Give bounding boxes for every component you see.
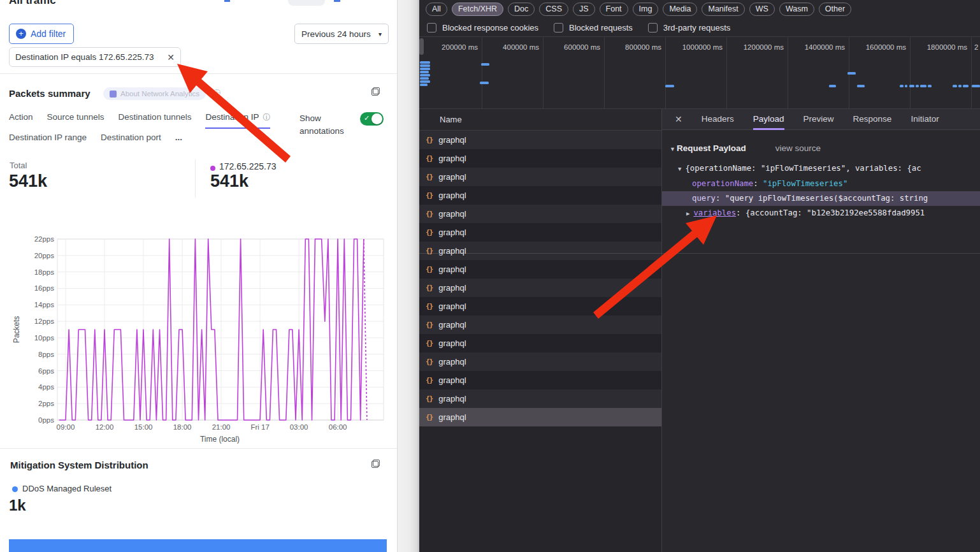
details-tab-preview[interactable]: Preview (803, 109, 834, 130)
checkbox-box[interactable] (648, 23, 658, 33)
chevron-down-icon[interactable]: ▼ (678, 166, 681, 172)
tab-destination-tunnels[interactable]: Destination tunnels (119, 112, 192, 129)
view-source-link[interactable]: view source (775, 143, 821, 153)
request-list-panel: Name {}graphql{}graphql{}graphql{}graphq… (419, 109, 661, 552)
x-tick-label: 12:00 (96, 423, 114, 431)
checkbox-box[interactable] (554, 23, 563, 33)
checkbox-label: Blocked requests (569, 23, 633, 33)
timeline-column: 1200000 ms (727, 37, 788, 109)
request-row[interactable]: {}graphql (419, 371, 661, 389)
checkbox-blocked-requests[interactable]: Blocked requests (554, 23, 633, 33)
cropped-toolbar-artifact (288, 0, 325, 6)
request-row[interactable]: {}graphql (419, 168, 661, 186)
checkbox-3rd-party-requests[interactable]: 3rd-party requests (648, 23, 731, 33)
filter-pill-js[interactable]: JS (573, 3, 595, 16)
request-row[interactable]: {}graphql (419, 279, 661, 297)
payload-row-variables[interactable]: ▶variables: {accountTag: "b12e3b2192ee55… (686, 206, 925, 221)
filter-pill-css[interactable]: CSS (539, 3, 568, 16)
mitigation-bar (9, 539, 387, 552)
filter-pill-media[interactable]: Media (663, 3, 697, 16)
request-row[interactable]: {}graphql (419, 186, 661, 205)
details-tab-payload[interactable]: Payload (753, 109, 784, 130)
y-tick-label: 10pps (34, 334, 55, 342)
chevron-down-icon[interactable]: ▼ (670, 146, 675, 152)
x-tick-label: 03:00 (290, 423, 308, 431)
request-row[interactable]: {}graphql (419, 223, 661, 242)
network-filter-checkboxes: Blocked response cookiesBlocked requests… (427, 18, 730, 36)
timeline-column: 1800000 ms (911, 37, 972, 109)
request-row[interactable]: {}graphql (419, 389, 661, 408)
payload-row-query[interactable]: query: "query ipFlowTimeseries($accountT… (692, 191, 928, 206)
filter-pill-wasm[interactable]: Wasm (779, 3, 814, 16)
show-annotations-label: Show annotations (299, 112, 344, 138)
chevron-right-icon[interactable]: ▶ (686, 210, 689, 217)
filter-chip[interactable]: Destination IP equals 172.65.225.73 ✕ (9, 47, 181, 67)
json-braces-icon: {} (426, 154, 433, 163)
request-row[interactable]: {}graphql (419, 316, 661, 334)
check-icon: ✓ (364, 114, 370, 122)
details-tab-headers[interactable]: Headers (702, 109, 734, 130)
tab-action[interactable]: Action (9, 112, 33, 129)
show-annotations-toggle[interactable]: ✓ (360, 112, 384, 126)
payload-preview-row[interactable]: ▼{operationName: "ipFlowTimeseries", var… (678, 161, 921, 176)
request-timing-mark (963, 85, 969, 87)
json-braces-icon: {} (426, 191, 433, 200)
timeline-column: 1400000 ms (788, 37, 849, 109)
packets-timeseries-chart: 0pps2pps4pps6pps8pps10pps12pps14pps16pps… (0, 224, 397, 447)
tab-destination-port[interactable]: Destination port (101, 133, 161, 142)
request-row[interactable]: {}graphql (419, 408, 661, 426)
filter-pill-fetch-xhr[interactable]: Fetch/XHR (452, 3, 503, 16)
json-braces-icon: {} (426, 173, 433, 181)
mitigation-title: Mitigation System Distribution (10, 460, 148, 470)
add-filter-button[interactable]: + Add filter (9, 24, 74, 44)
filter-pill-other[interactable]: Other (819, 3, 851, 16)
timeline-column: 200000 ms (421, 37, 482, 109)
request-row[interactable]: {}graphql (419, 297, 661, 316)
request-row[interactable]: {}graphql (419, 205, 661, 223)
filter-pill-ws[interactable]: WS (749, 3, 775, 16)
packets-summary-tabs-row1: ActionSource tunnelsDestination tunnelsD… (9, 112, 270, 129)
request-row[interactable]: {}graphql (419, 242, 661, 260)
tab-more[interactable]: ... (175, 133, 182, 142)
request-timing-mark (420, 84, 428, 86)
close-icon[interactable]: ✕ (675, 114, 682, 124)
timeline-column-partial: 2 (972, 37, 980, 109)
request-row[interactable]: {}graphql (419, 352, 661, 371)
request-row[interactable]: {}graphql (419, 131, 661, 149)
tab-source-tunnels[interactable]: Source tunnels (47, 112, 104, 129)
network-overview-timeline[interactable]: 200000 ms400000 ms600000 ms800000 ms1000… (419, 37, 980, 109)
details-tab-response[interactable]: Response (853, 109, 892, 130)
close-icon[interactable]: ✕ (167, 52, 175, 62)
request-row[interactable]: {}graphql (419, 260, 661, 279)
payload-row-operationname[interactable]: operationName: "ipFlowTimeseries" (692, 177, 847, 191)
filter-pill-doc[interactable]: Doc (508, 3, 535, 16)
x-tick-label: 09:00 (57, 423, 75, 431)
request-timing-mark (900, 85, 904, 87)
filter-pill-manifest[interactable]: Manifest (702, 3, 744, 16)
tab-destination-ip[interactable]: Destination IPⓘ (205, 112, 270, 129)
cropped-toolbar-artifact (334, 0, 340, 2)
tab-destination-ip-range[interactable]: Destination IP range (9, 133, 87, 142)
expand-panel-icon[interactable] (371, 87, 380, 96)
filter-pill-all[interactable]: All (426, 3, 447, 16)
checkbox-blocked-response-cookies[interactable]: Blocked response cookies (427, 23, 538, 33)
panel-gap (398, 0, 419, 552)
timeline-tick-label: 1400000 ms (805, 43, 849, 51)
request-row[interactable]: {}graphql (419, 334, 661, 352)
request-row[interactable]: {}graphql (419, 149, 661, 168)
filter-pill-font[interactable]: Font (600, 3, 628, 16)
timeline-column: 1000000 ms (666, 37, 727, 109)
about-network-analytics-badge[interactable]: About Network Analytics (103, 87, 206, 100)
expand-panel-icon[interactable] (371, 460, 380, 468)
json-braces-icon: {} (426, 228, 433, 236)
request-timing-mark (920, 85, 926, 87)
details-tab-initiator[interactable]: Initiator (911, 109, 939, 130)
time-range-dropdown[interactable]: Previous 24 hours ▾ (294, 24, 389, 44)
filter-pill-img[interactable]: Img (633, 3, 659, 16)
checkbox-box[interactable] (427, 23, 436, 33)
timeline-tick-label: 1800000 ms (927, 43, 971, 51)
timeline-tick-label: 400000 ms (503, 43, 543, 51)
name-column-header[interactable]: Name (419, 109, 661, 131)
y-tick-label: 0pps (38, 416, 54, 424)
series-value: 541k (210, 171, 249, 191)
